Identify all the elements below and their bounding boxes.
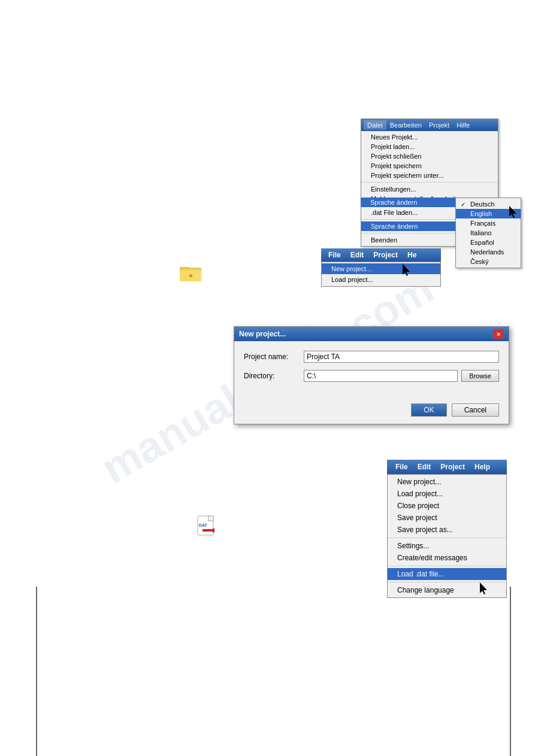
bottom-english-menu: File Edit Project Help New project... Lo… <box>387 460 507 598</box>
lang-english-label: English <box>470 210 492 217</box>
bottom-project[interactable]: Project <box>436 462 470 472</box>
german-item-speichern-unter[interactable]: Projekt speichern unter... <box>361 171 498 180</box>
left-border-line <box>36 587 37 756</box>
german-item-speichern[interactable]: Projekt speichern <box>361 161 498 171</box>
new-project-dialog: New project... ✕ Project name: Directory… <box>234 326 509 424</box>
lang-francais-label: Français <box>470 220 495 227</box>
lang-item-francais[interactable]: Français <box>456 218 521 228</box>
lang-item-cesky[interactable]: Český <box>456 257 521 266</box>
bottom-new-project[interactable]: New project... <box>388 476 506 488</box>
bottom-dropdown: New project... Load project... Close pro… <box>387 474 507 598</box>
bottom-menubar: File Edit Project Help <box>387 460 507 474</box>
lang-item-italiano[interactable]: Italiano <box>456 228 521 238</box>
dialog-body: Project name: Directory: Browse <box>234 341 509 399</box>
folder-icon: ★ <box>180 263 201 281</box>
german-menubar-datei[interactable]: Datei <box>364 120 386 130</box>
lang-cesky-label: Český <box>470 258 489 265</box>
right-border-line <box>510 587 511 756</box>
lang-espanol-label: Español <box>470 239 494 246</box>
bottom-edit[interactable]: Edit <box>413 462 436 472</box>
dialog-browse-button[interactable]: Browse <box>461 370 499 382</box>
lang-nederlands-label: Nederlands <box>470 248 504 256</box>
bottom-close-project[interactable]: Close project <box>388 500 506 512</box>
lang-submenu-trigger[interactable]: Sprache ändern <box>361 198 455 207</box>
german-menubar: Datei Bearbeiten Projekt Hilfe <box>361 119 498 131</box>
dialog-directory-row: Directory: Browse <box>244 370 499 382</box>
english-mid-new-project[interactable]: New project... <box>322 263 440 274</box>
language-submenu-wrapper: Sprache ändern ✓ Deutsch English Françai… <box>361 198 455 207</box>
lang-item-english[interactable]: English <box>456 209 521 218</box>
dialog-project-name-input[interactable] <box>304 351 499 363</box>
german-item-einstellungen[interactable]: Einstellungen... <box>361 184 498 194</box>
bottom-save-project-as[interactable]: Save project as... <box>388 524 506 536</box>
english-mid-he[interactable]: He <box>403 250 421 260</box>
dialog-directory-label: Directory: <box>244 372 304 380</box>
dialog-project-name-label: Project name: <box>244 353 304 361</box>
english-middle-menubar: File Edit Project He <box>321 248 441 262</box>
dialog-titlebar: New project... ✕ <box>234 327 509 341</box>
lang-deutsch-label: Deutsch <box>470 201 494 208</box>
german-item-laden[interactable]: Projekt laden... <box>361 142 498 151</box>
bottom-create-edit[interactable]: Create/edit messages <box>388 552 506 564</box>
german-menubar-hilfe[interactable]: Hilfe <box>453 120 473 130</box>
svg-text:★: ★ <box>188 272 194 279</box>
english-mid-load-project[interactable]: Load project... <box>322 274 440 285</box>
dat-file-icon: DAT <box>197 515 218 536</box>
bottom-sep-2 <box>388 566 506 566</box>
svg-marker-3 <box>180 267 189 269</box>
dialog-project-name-row: Project name: <box>244 351 499 363</box>
deutsch-check: ✓ <box>461 201 468 208</box>
german-menubar-bearbeiten[interactable]: Bearbeiten <box>386 120 425 130</box>
bottom-sep-3 <box>388 582 506 582</box>
folder-icon-area: ★ <box>180 263 201 283</box>
lang-item-espanol[interactable]: Español <box>456 238 521 247</box>
dialog-directory-field: Browse <box>304 370 499 382</box>
bottom-file[interactable]: File <box>391 462 413 472</box>
dialog-ok-button[interactable]: OK <box>411 403 446 417</box>
bottom-load-project[interactable]: Load project... <box>388 488 506 500</box>
dialog-close-button[interactable]: ✕ <box>493 329 504 339</box>
lang-item-nederlands[interactable]: Nederlands <box>456 247 521 257</box>
svg-rect-7 <box>208 516 213 521</box>
german-item-neues[interactable]: Neues Projekt... <box>361 132 498 142</box>
lang-italiano-label: Italiano <box>470 229 491 236</box>
bottom-help[interactable]: Help <box>470 462 495 472</box>
english-middle-dropdown: New project... Load project... <box>321 262 441 287</box>
german-menubar-projekt[interactable]: Projekt <box>425 120 453 130</box>
svg-rect-10 <box>202 529 214 532</box>
bottom-sep-1 <box>388 538 506 538</box>
dialog-cancel-button[interactable]: Cancel <box>452 403 499 417</box>
lang-item-deutsch[interactable]: ✓ Deutsch <box>456 199 521 209</box>
language-submenu: ✓ Deutsch English Français Italiano Espa… <box>455 198 521 268</box>
dialog-footer: OK Cancel <box>234 399 509 424</box>
english-mid-project[interactable]: Project <box>368 250 403 260</box>
english-mid-edit[interactable]: Edit <box>346 250 369 260</box>
dialog-title: New project... <box>239 330 286 338</box>
german-item-schliessen[interactable]: Projekt schließen <box>361 151 498 161</box>
dialog-directory-input[interactable] <box>304 370 458 382</box>
svg-text:DAT: DAT <box>199 523 208 527</box>
bottom-change-language[interactable]: Change language <box>388 584 506 596</box>
bottom-load-dat[interactable]: Load .dat file... <box>388 568 506 580</box>
bottom-save-project[interactable]: Save project <box>388 512 506 524</box>
english-mid-file[interactable]: File <box>324 250 346 260</box>
dat-icon-area: DAT <box>197 515 218 538</box>
bottom-settings[interactable]: Settings... <box>388 540 506 552</box>
separator-1 <box>361 182 498 183</box>
english-middle-menu: File Edit Project He New project... Load… <box>321 248 441 287</box>
